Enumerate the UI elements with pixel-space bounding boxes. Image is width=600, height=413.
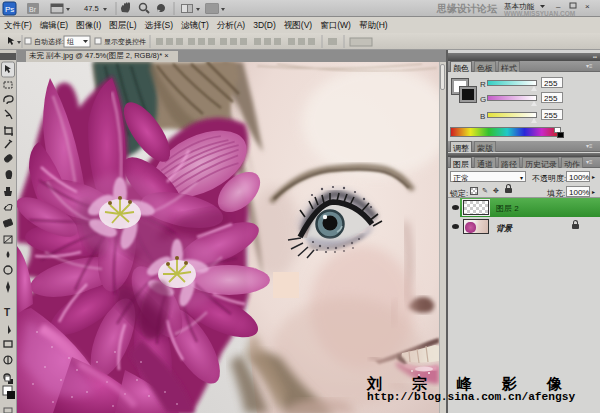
svg-text:显示变换控件: 显示变换控件 bbox=[104, 38, 146, 46]
svg-text:自动选择:: 自动选择: bbox=[34, 38, 64, 46]
svg-text:T: T bbox=[4, 307, 10, 318]
svg-text:×: × bbox=[585, 2, 590, 11]
svg-text:WWW.MISSYUAN.COM: WWW.MISSYUAN.COM bbox=[504, 10, 575, 17]
svg-text:思缘设计论坛: 思缘设计论坛 bbox=[436, 3, 498, 14]
svg-text:Ps: Ps bbox=[5, 5, 14, 14]
svg-text:Br: Br bbox=[29, 6, 37, 13]
svg-text:47.5: 47.5 bbox=[84, 4, 99, 13]
svg-text:组: 组 bbox=[67, 38, 74, 45]
